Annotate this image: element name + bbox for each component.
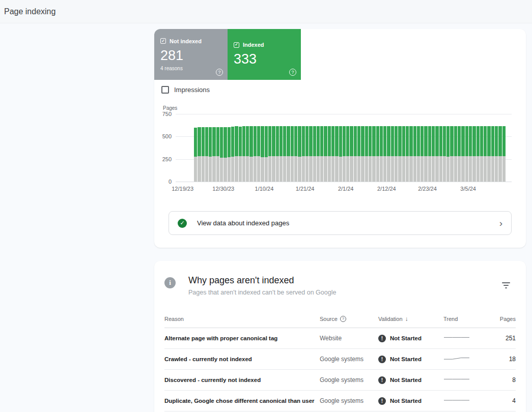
not-indexed-bar-segment: [279, 156, 283, 182]
indexed-bar-segment: [209, 127, 212, 156]
not-indexed-bar-segment: [231, 157, 234, 182]
indexed-bar-segment: [454, 126, 457, 156]
section-title: Why pages aren't indexed: [188, 275, 294, 286]
chart-bar: [239, 127, 242, 182]
chart-bar: [406, 126, 409, 182]
chart-plot: Pages 025050075012/19/2312/30/231/10/241…: [176, 114, 512, 182]
help-icon[interactable]: ?: [216, 69, 223, 76]
chart-bar: [380, 126, 383, 182]
not-indexed-bar-segment: [421, 156, 424, 182]
chart-bar: [276, 126, 279, 182]
not-indexed-bar-segment: [454, 156, 457, 182]
indexed-bar-segment: [354, 126, 357, 156]
chart-bar: [487, 126, 490, 182]
chart-bar: [335, 126, 338, 182]
column-header-pages[interactable]: Pages: [494, 316, 516, 322]
column-header-source[interactable]: Source ?: [320, 316, 378, 322]
indexed-bar-segment: [487, 126, 490, 156]
chart-bar: [446, 126, 450, 182]
y-axis-title: Pages: [163, 105, 177, 111]
not-indexed-bar-segment: [398, 156, 401, 182]
chart-bar: [458, 126, 461, 182]
indexed-bar-segment: [421, 126, 424, 156]
not-started-icon: !: [378, 356, 386, 363]
summary-toggles: ✓ Not indexed 281 4 reasons ? ✓ Indexed …: [154, 29, 301, 80]
indexed-label: Indexed: [243, 42, 264, 48]
indexed-bar-segment: [498, 126, 501, 156]
chart-bar: [302, 126, 305, 182]
indexed-bar-segment: [205, 127, 208, 157]
chart-bar: [324, 126, 327, 182]
column-header-trend[interactable]: Trend: [443, 316, 494, 322]
chart-bar: [376, 126, 379, 182]
section-subtitle: Pages that aren't indexed can't be serve…: [188, 289, 336, 296]
not-indexed-bar-segment: [302, 156, 305, 182]
chart-bar: [272, 126, 275, 182]
indexed-bar-segment: [406, 126, 409, 156]
trend-cell: [443, 355, 494, 364]
not-indexed-bar-segment: [313, 156, 316, 182]
not-indexed-bar-segment: [335, 156, 338, 182]
impressions-checkbox[interactable]: Impressions: [161, 86, 210, 94]
not-indexed-bar-segment: [406, 156, 409, 182]
not-indexed-bar-segment: [294, 156, 297, 182]
indexed-bar-segment: [365, 126, 368, 156]
not-indexed-bar-segment: [446, 157, 450, 182]
indexed-bar-segment: [480, 126, 483, 156]
indexed-bar-segment: [261, 126, 264, 157]
help-icon[interactable]: ?: [289, 69, 296, 76]
validation-status: Not Started: [390, 398, 422, 404]
indexing-summary-card: ✓ Not indexed 281 4 reasons ? ✓ Indexed …: [154, 29, 526, 248]
checkbox-unchecked-icon: [161, 86, 169, 94]
indexed-toggle[interactable]: ✓ Indexed 333 ?: [228, 29, 301, 80]
help-icon[interactable]: ?: [340, 316, 346, 322]
chart-bar: [235, 126, 238, 182]
indexed-bar-segment: [443, 126, 446, 156]
reason-cell: Discovered - currently not indexed: [164, 377, 320, 383]
indexed-bar-segment: [305, 126, 309, 156]
not-indexed-bar-segment: [291, 156, 294, 182]
not-indexed-bar-segment: [469, 156, 472, 182]
x-axis-tick-label: 3/5/24: [460, 186, 476, 192]
not-indexed-bar-segment: [472, 156, 475, 182]
indexed-bar-segment: [216, 127, 219, 157]
chart-bar: [205, 127, 208, 182]
chart-bar: [354, 126, 357, 182]
column-header-validation[interactable]: Validation ↓: [378, 315, 443, 322]
chart-bar: [409, 126, 412, 182]
not-indexed-bar-segment: [223, 158, 227, 182]
pages-count-cell: 8: [494, 376, 516, 384]
not-indexed-bar-segment: [272, 156, 275, 182]
chart-bar: [443, 126, 446, 182]
chart-bar: [242, 126, 245, 182]
chart-bar: [309, 126, 312, 182]
not-indexed-bar-segment: [328, 156, 331, 182]
filter-icon[interactable]: [501, 282, 511, 288]
not-indexed-bar-segment: [413, 156, 416, 182]
not-indexed-reasons: 4 reasons: [160, 66, 221, 71]
view-indexed-data-row[interactable]: ✓ View data about indexed pages ›: [169, 211, 512, 235]
indexed-bar-segment: [283, 126, 286, 156]
chart-bar: [391, 126, 394, 182]
y-axis-tick-label: 750: [155, 111, 172, 117]
indexed-bar-segment: [439, 126, 442, 156]
gridline: [176, 182, 512, 182]
column-header-reason[interactable]: Reason: [164, 316, 320, 322]
not-indexed-bar-segment: [439, 156, 442, 182]
indexed-bar-segment: [477, 126, 480, 156]
table-row[interactable]: Duplicate, Google chose different canoni…: [164, 391, 516, 411]
not-indexed-bar-segment: [484, 156, 487, 182]
table-row[interactable]: Alternate page with proper canonical tag…: [164, 328, 516, 349]
not-indexed-bar-segment: [239, 156, 242, 182]
indexed-bar-segment: [383, 126, 386, 156]
table-row[interactable]: Crawled - currently not indexedGoogle sy…: [164, 349, 516, 370]
not-indexed-bar-segment: [268, 156, 271, 182]
validation-status: Not Started: [390, 356, 422, 362]
not-indexed-toggle[interactable]: ✓ Not indexed 281 4 reasons ?: [154, 29, 228, 80]
source-cell: Google systems: [320, 376, 378, 384]
chart-bar: [450, 126, 453, 182]
x-axis-tick-label: 2/1/24: [338, 186, 354, 192]
table-row[interactable]: Discovered - currently not indexedGoogle…: [164, 370, 516, 391]
indexed-bar-segment: [265, 126, 268, 157]
trend-sparkline: [443, 355, 470, 363]
